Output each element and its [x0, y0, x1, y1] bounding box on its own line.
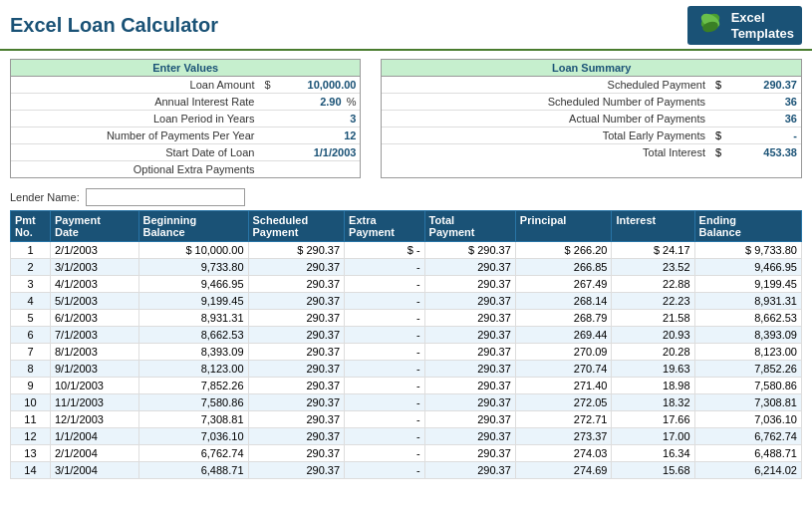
- total-interest-label: Total Interest: [382, 144, 711, 160]
- loan-amount-row: Loan Amount $ 10,000.00: [11, 77, 360, 94]
- cell-scheduled: 290.37: [248, 259, 345, 276]
- cell-ending: 6,762.74: [694, 428, 801, 445]
- cell-ending: 7,852.26: [694, 361, 801, 378]
- cell-payment_date: 5/1/2003: [50, 293, 138, 310]
- table-row: 89/1/20038,123.00290.37-290.37270.7419.6…: [11, 361, 802, 378]
- cell-ending: 6,488.71: [694, 445, 801, 462]
- cell-scheduled: 290.37: [248, 394, 345, 411]
- cell-beg_balance: 7,580.86: [138, 394, 248, 411]
- cell-principal: 273.37: [515, 428, 612, 445]
- col-ending: EndingBalance: [694, 211, 801, 242]
- extra-payments-label: Optional Extra Payments: [11, 161, 260, 177]
- cell-pmt_no: 9: [11, 378, 51, 394]
- cell-beg_balance: 7,308.81: [138, 411, 248, 428]
- logo-line1: Excel: [731, 10, 794, 26]
- interest-rate-row: Annual Interest Rate 2.90 %: [11, 94, 360, 111]
- total-early-value: $ -: [711, 128, 801, 143]
- cell-interest: 22.88: [612, 276, 694, 293]
- cell-scheduled: 290.37: [248, 344, 345, 361]
- col-scheduled: ScheduledPayment: [248, 211, 345, 242]
- cell-extra: -: [345, 327, 425, 344]
- scheduled-payment-value: $ 290.37: [711, 77, 801, 93]
- cell-principal: 274.03: [515, 445, 612, 462]
- cell-ending: 8,123.00: [694, 344, 801, 361]
- table-row: 143/1/20046,488.71290.37-290.37274.6915.…: [11, 462, 802, 479]
- col-total: TotalPayment: [424, 211, 515, 242]
- cell-beg_balance: 9,466.95: [138, 276, 248, 293]
- cell-principal: 271.40: [515, 378, 612, 394]
- cell-total: 290.37: [424, 327, 515, 344]
- table-row: 45/1/20039,199.45290.37-290.37268.1422.2…: [11, 293, 802, 310]
- cell-ending: 7,308.81: [694, 394, 801, 411]
- cell-scheduled: 290.37: [248, 327, 345, 344]
- input-summary-area: Enter Values Loan Amount $ 10,000.00 Ann…: [0, 51, 812, 182]
- logo-area: Excel Templates: [687, 6, 802, 45]
- actual-num-label: Actual Number of Payments: [382, 111, 711, 127]
- cell-payment_date: 1/1/2004: [50, 428, 138, 445]
- cell-principal: 267.49: [515, 276, 612, 293]
- cell-interest: 17.66: [612, 411, 694, 428]
- col-extra: ExtraPayment: [345, 211, 425, 242]
- extra-payments-value: [260, 167, 360, 171]
- cell-payment_date: 11/1/2003: [50, 394, 138, 411]
- lender-input[interactable]: [86, 188, 245, 206]
- total-interest-value: $ 453.38: [711, 144, 801, 160]
- cell-interest: $ 24.17: [612, 242, 694, 259]
- cell-extra: -: [345, 361, 425, 378]
- cell-interest: 21.58: [612, 310, 694, 327]
- table-row: 1011/1/20037,580.86290.37-290.37272.0518…: [11, 394, 802, 411]
- cell-scheduled: $ 290.37: [248, 242, 345, 259]
- cell-total: 290.37: [424, 411, 515, 428]
- cell-beg_balance: 9,733.80: [138, 259, 248, 276]
- scheduled-payment-label: Scheduled Payment: [382, 77, 711, 93]
- col-beg-balance: BeginningBalance: [138, 211, 248, 242]
- cell-extra: -: [345, 276, 425, 293]
- cell-principal: 266.85: [515, 259, 612, 276]
- cell-total: 290.37: [424, 344, 515, 361]
- cell-extra: -: [345, 411, 425, 428]
- cell-total: 290.37: [424, 428, 515, 445]
- cell-principal: 270.09: [515, 344, 612, 361]
- cell-pmt_no: 6: [11, 327, 51, 344]
- cell-pmt_no: 7: [11, 344, 51, 361]
- cell-principal: 274.69: [515, 462, 612, 479]
- total-early-label: Total Early Payments: [382, 128, 711, 143]
- cell-principal: 269.44: [515, 327, 612, 344]
- enter-values-section: Enter Values Loan Amount $ 10,000.00 Ann…: [10, 59, 361, 178]
- cell-pmt_no: 14: [11, 462, 51, 479]
- total-interest-row: Total Interest $ 453.38: [382, 144, 801, 160]
- cell-principal: 272.71: [515, 411, 612, 428]
- cell-principal: 268.14: [515, 293, 612, 310]
- cell-extra: -: [345, 394, 425, 411]
- payment-table-container: PmtNo. PaymentDate BeginningBalance Sche…: [0, 210, 812, 479]
- cell-pmt_no: 10: [11, 394, 51, 411]
- cell-interest: 18.32: [612, 394, 694, 411]
- cell-scheduled: 290.37: [248, 411, 345, 428]
- loan-amount-value: $ 10,000.00: [260, 77, 360, 93]
- cell-payment_date: 6/1/2003: [50, 310, 138, 327]
- cell-pmt_no: 13: [11, 445, 51, 462]
- cell-beg_balance: 7,036.10: [138, 428, 248, 445]
- cell-principal: 272.05: [515, 394, 612, 411]
- cell-pmt_no: 4: [11, 293, 51, 310]
- cell-beg_balance: 8,393.09: [138, 344, 248, 361]
- table-row: 121/1/20047,036.10290.37-290.37273.3717.…: [11, 428, 802, 445]
- table-row: 1112/1/20037,308.81290.37-290.37272.7117…: [11, 411, 802, 428]
- cell-beg_balance: $ 10,000.00: [138, 242, 248, 259]
- cell-scheduled: 290.37: [248, 361, 345, 378]
- cell-payment_date: 8/1/2003: [50, 344, 138, 361]
- table-row: 910/1/20037,852.26290.37-290.37271.4018.…: [11, 378, 802, 394]
- cell-total: 290.37: [424, 276, 515, 293]
- loan-summary-section: Loan Summary Scheduled Payment $ 290.37 …: [381, 59, 802, 178]
- cell-pmt_no: 1: [11, 242, 51, 259]
- cell-interest: 15.68: [612, 462, 694, 479]
- interest-rate-label: Annual Interest Rate: [11, 94, 260, 110]
- total-early-row: Total Early Payments $ -: [382, 128, 801, 144]
- cell-ending: 8,931.31: [694, 293, 801, 310]
- cell-total: 290.37: [424, 445, 515, 462]
- loan-summary-header: Loan Summary: [382, 60, 801, 77]
- cell-pmt_no: 3: [11, 276, 51, 293]
- scheduled-num-row: Scheduled Number of Payments 36: [382, 94, 801, 111]
- cell-payment_date: 3/1/2004: [50, 462, 138, 479]
- logo-icon: [695, 11, 725, 41]
